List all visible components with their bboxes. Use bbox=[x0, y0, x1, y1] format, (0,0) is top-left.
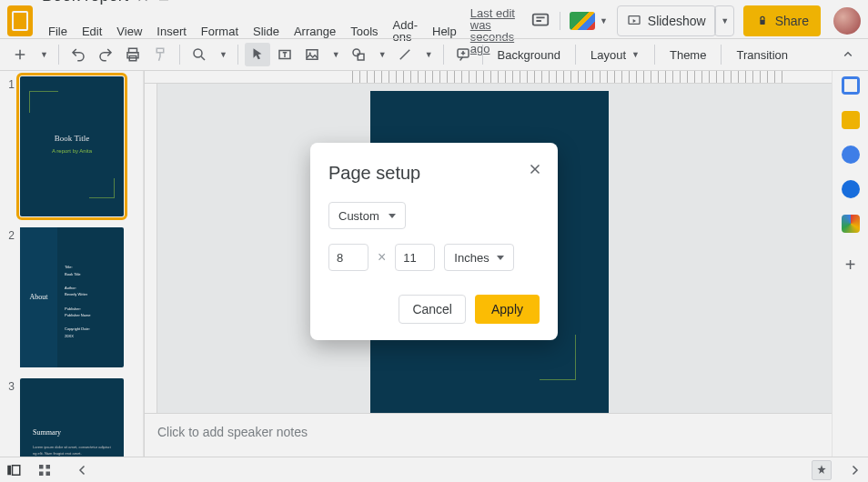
aspect-ratio-dropdown[interactable]: Custom bbox=[328, 202, 406, 229]
unit-label: Inches bbox=[454, 251, 489, 265]
chevron-down-icon bbox=[389, 214, 396, 218]
close-button[interactable] bbox=[525, 159, 545, 179]
dialog-title: Page setup bbox=[328, 163, 540, 184]
width-input[interactable] bbox=[328, 244, 368, 271]
page-setup-dialog: Page setup Custom × Inches Cancel Apply bbox=[310, 143, 558, 340]
height-input[interactable] bbox=[395, 244, 435, 271]
unit-dropdown[interactable]: Inches bbox=[444, 244, 513, 271]
aspect-ratio-label: Custom bbox=[338, 209, 379, 223]
cancel-button[interactable]: Cancel bbox=[399, 295, 466, 324]
apply-button[interactable]: Apply bbox=[475, 295, 540, 324]
chevron-down-icon bbox=[497, 256, 504, 260]
times-icon: × bbox=[378, 249, 386, 266]
